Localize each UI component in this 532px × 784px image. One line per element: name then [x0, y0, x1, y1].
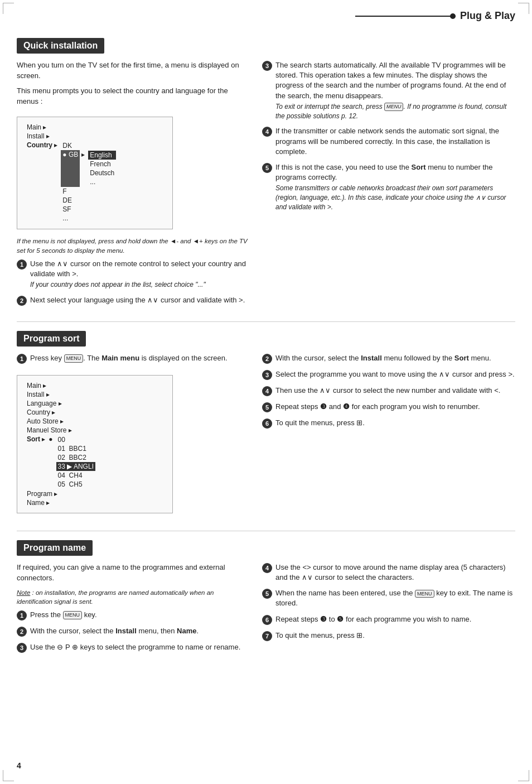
pn-step-1-text: Press the MENU key.	[30, 610, 97, 619]
ps-step-3-num: 3	[262, 370, 272, 380]
pn-step-4-content: Use the <> cursor to move around the nam…	[275, 562, 515, 583]
program-sort-title: Program sort	[17, 331, 86, 347]
quick-installation-right: 3 The search starts automatically. All t…	[262, 60, 515, 311]
pn-step-5-num: 5	[262, 589, 272, 599]
qi-step-4-text: If the transmitter or cable network send…	[275, 127, 499, 155]
ps-step-6-text: To quit the menus, press ⊞.	[275, 419, 365, 427]
page-number: 4	[17, 761, 21, 770]
qi-step-5-num: 5	[262, 163, 272, 173]
ps-menu-diagram: Main ▸ Install ▸ Language ▸ Country ▸ Au…	[17, 375, 173, 513]
ps-step-2-text: With the cursor, select the Install menu…	[275, 354, 491, 362]
ps-step-3-text: Select the programme you want to move us…	[275, 370, 515, 378]
qi-step-1-text: Use the ∧∨ cursor on the remote control …	[30, 259, 246, 278]
program-sort-section: Program sort 1 Press key MENU. The Main …	[17, 321, 515, 521]
plug-play-title: Plug & Play	[460, 10, 515, 22]
qi-step-5-content: If this is not the case, you need to use…	[275, 162, 515, 212]
pn-step-3-text: Use the ⊖ P ⊕ keys to select the program…	[30, 643, 240, 651]
corner-tl	[3, 3, 14, 14]
pn-step-2-text: With the cursor, select the Install menu…	[30, 627, 199, 635]
ps-step-1-num: 1	[17, 354, 27, 364]
qi-step-5-italic: Some transmitters or cable networks broa…	[275, 184, 515, 211]
qi-step-2-num: 2	[17, 296, 27, 306]
ps-step-4-num: 4	[262, 386, 272, 396]
quick-installation-title: Quick installation	[17, 38, 104, 54]
program-sort-right: 2 With the cursor, select the Install me…	[262, 353, 515, 521]
ps-step-4: 4 Then use the ∧∨ cursor to select the n…	[262, 386, 515, 396]
pn-intro: If required, you can give a name to the …	[17, 562, 251, 584]
plug-play-header: Plug & Play	[355, 10, 515, 22]
qi-step-5-italic-text: Some transmitters or cable networks broa…	[275, 184, 506, 211]
ps-step-1-content: Press key MENU. The Main menu is display…	[30, 353, 251, 363]
qi-step-4-num: 4	[262, 127, 272, 137]
pn-step-1: 1 Press the MENU key.	[17, 610, 251, 621]
corner-tr	[518, 3, 529, 14]
program-name-section: Program name If required, you can give a…	[17, 531, 515, 658]
qi-step-4: 4 If the transmitter or cable network se…	[262, 126, 515, 157]
program-name-title: Program name	[17, 540, 93, 556]
ps-step-4-content: Then use the ∧∨ cursor to select the new…	[275, 386, 515, 396]
program-name-content: If required, you can give a name to the …	[17, 562, 515, 658]
program-name-left: If required, you can give a name to the …	[17, 562, 251, 658]
menu-key-3: MENU	[63, 611, 83, 619]
ps-step-6: 6 To quit the menus, press ⊞.	[262, 418, 515, 429]
qi-intro-1: When you turn on the TV set for the firs…	[17, 60, 251, 81]
quick-installation-content: When you turn on the TV set for the firs…	[17, 60, 515, 311]
pn-step-1-content: Press the MENU key.	[30, 610, 251, 620]
qi-step-3-italic: To exit or interrupt the search, press M…	[275, 102, 515, 121]
ps-step-6-content: To quit the menus, press ⊞.	[275, 418, 515, 428]
plug-play-line	[355, 16, 456, 17]
pn-step-2-num: 2	[17, 627, 27, 637]
program-sort-content: 1 Press key MENU. The Main menu is displ…	[17, 353, 515, 521]
pn-step-2: 2 With the cursor, select the Install me…	[17, 626, 251, 637]
qi-step-1: 1 Use the ∧∨ cursor on the remote contro…	[17, 259, 251, 290]
pn-step-7: 7 To quit the menus, press ⊞.	[262, 631, 515, 641]
program-sort-left: 1 Press key MENU. The Main menu is displ…	[17, 353, 251, 521]
ps-step-2-num: 2	[262, 354, 272, 364]
qi-step-5-text: If this is not the case, you need to use…	[275, 163, 493, 181]
pn-italic-note: Note : on installation, the programs are…	[17, 588, 251, 607]
qi-step-5: 5 If this is not the case, you need to u…	[262, 162, 515, 212]
ps-step-5-num: 5	[262, 402, 272, 412]
corner-bl	[3, 770, 14, 781]
pn-step-5: 5 When the name has been entered, use th…	[262, 588, 515, 608]
pn-step-4: 4 Use the <> cursor to move around the n…	[262, 562, 515, 583]
qi-step-3-num: 3	[262, 61, 272, 71]
qi-step-3: 3 The search starts automatically. All t…	[262, 60, 515, 121]
pn-step-3: 3 Use the ⊖ P ⊕ keys to select the progr…	[17, 642, 251, 653]
qi-step-2-text: Next select your language using the ∧∨ c…	[30, 296, 245, 304]
ps-step-5-content: Repeat steps ❸ and ❹ for each program yo…	[275, 402, 515, 412]
qi-step-2-content: Next select your language using the ∧∨ c…	[30, 295, 251, 305]
ps-step-5-text: Repeat steps ❸ and ❹ for each program yo…	[275, 402, 480, 411]
ps-step-1-text: Press key MENU. The Main menu is display…	[30, 354, 228, 362]
pn-step-2-content: With the cursor, select the Install menu…	[30, 626, 251, 636]
pn-step-7-content: To quit the menus, press ⊞.	[275, 631, 515, 641]
pn-step-6-content: Repeat steps ❸ to ❺ for each programme y…	[275, 614, 515, 624]
ps-step-1: 1 Press key MENU. The Main menu is displ…	[17, 353, 251, 364]
pn-step-6-num: 6	[262, 615, 272, 625]
pn-step-5-text: When the name has been entered, use the …	[275, 589, 512, 607]
qi-intro-2: This menu prompts you to select the coun…	[17, 86, 251, 107]
pn-step-5-content: When the name has been entered, use the …	[275, 588, 515, 608]
pn-step-6: 6 Repeat steps ❸ to ❺ for each programme…	[262, 614, 515, 625]
pn-step-1-num: 1	[17, 610, 27, 621]
pn-step-7-text: To quit the menus, press ⊞.	[275, 631, 365, 639]
pn-step-4-text: Use the <> cursor to move around the nam…	[275, 563, 506, 581]
ps-step-6-num: 6	[262, 419, 272, 429]
pn-step-7-num: 7	[262, 631, 272, 641]
qi-menu-diagram: Main ▸ Install ▸ Country ▸ DK	[17, 117, 173, 229]
quick-installation-section: Quick installation When you turn on the …	[17, 38, 515, 311]
ps-step-2: 2 With the cursor, select the Install me…	[262, 353, 515, 364]
ps-step-3: 3 Select the programme you want to move …	[262, 369, 515, 380]
qi-italic-note: If the menu is not displayed, press and …	[17, 237, 251, 255]
menu-key-1: MENU	[384, 103, 404, 111]
qi-step-1-num: 1	[17, 259, 27, 270]
pn-step-3-content: Use the ⊖ P ⊕ keys to select the program…	[30, 642, 251, 652]
menu-key-2: MENU	[64, 354, 84, 363]
corner-br	[518, 770, 529, 781]
qi-step-3-italic-text: To exit or interrupt the search, press M…	[275, 103, 506, 120]
qi-step-1-content: Use the ∧∨ cursor on the remote control …	[30, 259, 251, 290]
qi-step-2: 2 Next select your language using the ∧∨…	[17, 295, 251, 306]
qi-step-4-content: If the transmitter or cable network send…	[275, 126, 515, 157]
ps-step-3-content: Select the programme you want to move us…	[275, 369, 515, 379]
program-name-right: 4 Use the <> cursor to move around the n…	[262, 562, 515, 658]
